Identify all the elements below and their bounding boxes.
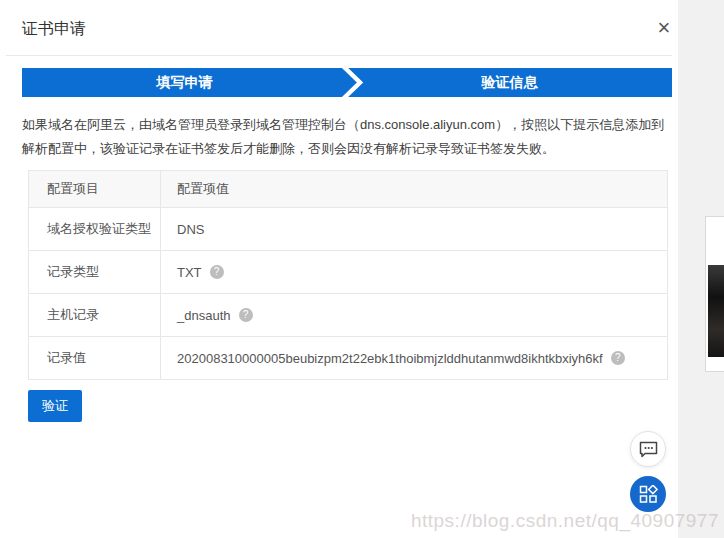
row-value: DNS [161, 208, 667, 250]
row-value: TXT [177, 265, 202, 280]
table-row-record-type: 记录类型 TXT ? [29, 250, 667, 293]
close-icon[interactable]: × [650, 14, 678, 42]
step-verify-info[interactable]: 验证信息 [347, 68, 672, 97]
progress-stepper: 填写申请 验证信息 [22, 68, 672, 97]
help-icon[interactable]: ? [210, 265, 224, 279]
apps-grid-icon [639, 485, 658, 504]
partial-side-widget-image [708, 265, 724, 357]
step-fill-application[interactable]: 填写申请 [22, 68, 347, 97]
step-verify-info-label: 验证信息 [482, 74, 538, 92]
table-row-host-record: 主机记录 _dnsauth ? [29, 293, 667, 336]
dns-config-table: 配置项目 配置项值 域名授权验证类型 DNS 记录类型 TXT ? 主机记录 _… [28, 170, 668, 380]
row-value-wrap: _dnsauth ? [161, 294, 667, 336]
message-bubble-icon [639, 441, 658, 458]
row-label: 记录值 [29, 337, 161, 379]
header-config-item: 配置项目 [29, 171, 161, 207]
table-row-record-value: 记录值 202008310000005beubizpm2t22ebk1thoib… [29, 336, 667, 379]
table-row-auth-type: 域名授权验证类型 DNS [29, 207, 667, 250]
row-label: 记录类型 [29, 251, 161, 293]
row-value: _dnsauth [177, 308, 231, 323]
partial-side-widget [705, 216, 724, 372]
screenshot-stage: 证书申请 × 填写申请 验证信息 如果域名在阿里云，由域名管理员登录到域名管理控… [0, 0, 724, 538]
step-fill-application-label: 填写申请 [157, 74, 213, 92]
row-value-wrap: TXT ? [161, 251, 667, 293]
row-label: 域名授权验证类型 [29, 208, 161, 250]
dialog-title: 证书申请 [22, 19, 86, 40]
header-config-value: 配置项值 [161, 171, 667, 207]
dns-instructions-text: 如果域名在阿里云，由域名管理员登录到域名管理控制台（dns.console.al… [22, 113, 672, 161]
mini-apps-button[interactable] [630, 476, 666, 512]
help-icon[interactable]: ? [239, 308, 253, 322]
help-icon[interactable]: ? [611, 351, 625, 365]
verify-button[interactable]: 验证 [28, 390, 82, 422]
table-header-row: 配置项目 配置项值 [29, 171, 667, 207]
feedback-chat-button[interactable] [630, 431, 666, 467]
certificate-application-dialog: 证书申请 × 填写申请 验证信息 如果域名在阿里云，由域名管理员登录到域名管理控… [0, 0, 678, 538]
row-value: 202008310000005beubizpm2t22ebk1thoibmjzl… [177, 351, 603, 366]
title-divider [6, 55, 672, 56]
row-value-wrap: 202008310000005beubizpm2t22ebk1thoibmjzl… [161, 337, 667, 379]
row-label: 主机记录 [29, 294, 161, 336]
